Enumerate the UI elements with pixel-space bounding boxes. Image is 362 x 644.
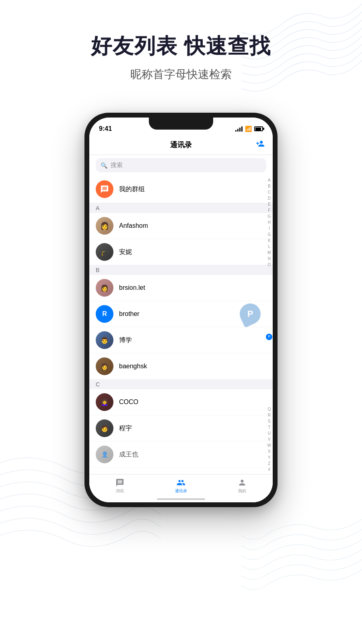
contact-coco[interactable]: 👩‍🦱 COCO [89, 389, 273, 415]
tab-profile-icon [238, 478, 247, 487]
index-f[interactable]: F [266, 207, 273, 213]
contact-anni[interactable]: 🎓 安妮 [89, 239, 273, 265]
contact-name-boxue: 博学 [119, 336, 132, 345]
avatar-chengyu: 🧑 [96, 419, 113, 437]
avatar-coco: 👩‍🦱 [96, 393, 113, 411]
index-o[interactable]: O [266, 262, 273, 268]
index-g[interactable]: G [266, 213, 273, 219]
avatar-anfashom: 👩 [96, 217, 113, 235]
signal-bars-icon [235, 126, 243, 132]
add-person-icon [256, 139, 265, 148]
index-w[interactable]: W [266, 442, 273, 448]
tab-messages-icon [115, 478, 124, 487]
phone-notch [149, 118, 213, 130]
contact-baenghsk[interactable]: 👩 baenghsk [89, 353, 273, 380]
phone-screen: 9:41 📶 [89, 118, 273, 502]
index-i[interactable]: I [266, 225, 273, 231]
contact-boxue[interactable]: 👨 博学 [89, 327, 273, 353]
avatar-cheng2: 👤 [96, 446, 113, 463]
page-title: 好友列表 快速查找 [0, 32, 362, 60]
index-e[interactable]: E [266, 201, 273, 207]
contact-anfashom[interactable]: 👩 Anfashom [89, 213, 273, 239]
index-b[interactable]: B [266, 183, 273, 189]
avatar-brother: R [96, 305, 113, 323]
index-hash[interactable]: # [266, 466, 273, 473]
search-icon: 🔍 [101, 162, 107, 169]
tab-contacts-label: 通讯录 [175, 488, 187, 494]
section-header-c: C [89, 380, 273, 389]
avatar-baenghsk: 👩 [96, 357, 113, 375]
tab-messages-label: 消讯 [116, 488, 124, 494]
contact-name-coco: COCO [119, 398, 138, 406]
group-avatar [96, 180, 113, 198]
section-header-a: A [89, 203, 273, 213]
page-header: 好友列表 快速查找 昵称首字母快速检索 [0, 32, 362, 82]
index-v[interactable]: V [266, 436, 273, 442]
index-z[interactable]: Z [266, 460, 273, 466]
contact-list: 我的群组 A 👩 Anfashom 🎓 安妮 [89, 175, 273, 474]
group-chat-icon [100, 185, 109, 194]
status-time: 9:41 [99, 125, 112, 132]
index-a[interactable]: A [266, 177, 273, 183]
add-contact-button[interactable] [256, 139, 265, 151]
home-indicator [157, 498, 205, 500]
section-header-b: B [89, 265, 273, 275]
phone-frame: 9:41 📶 [84, 113, 278, 507]
contact-brsion[interactable]: 👩 brsion.let [89, 275, 273, 301]
p-bubble-indicator: P [240, 303, 261, 324]
index-y[interactable]: Y [266, 454, 273, 460]
index-m[interactable]: M [266, 250, 273, 256]
search-bar[interactable]: 🔍 搜索 [96, 158, 266, 172]
index-k[interactable]: K [266, 237, 273, 244]
contact-name-anni: 安妮 [119, 248, 132, 256]
index-r[interactable]: R [266, 412, 273, 418]
status-icons: 📶 [235, 126, 263, 132]
index-h[interactable]: H [266, 219, 273, 225]
index-n[interactable]: N [266, 256, 273, 262]
app-content: 通讯录 🔍 搜索 [89, 135, 273, 502]
phone-mockup: 9:41 📶 [84, 113, 278, 507]
contact-name-baenghsk: baenghsk [119, 363, 147, 370]
tab-profile-label: 我的 [238, 488, 246, 494]
wifi-icon: 📶 [245, 126, 252, 132]
nav-bar: 通讯录 [89, 135, 273, 155]
battery-icon [254, 126, 263, 131]
index-g2[interactable]: G [266, 231, 273, 237]
page-subtitle: 昵称首字母快速检索 [0, 67, 362, 82]
avatar-boxue: 👨 [96, 331, 113, 349]
p-bubble-letter: P [247, 309, 253, 319]
index-x[interactable]: X [266, 448, 273, 454]
index-l[interactable]: L [266, 244, 273, 250]
search-placeholder: 搜索 [111, 161, 123, 169]
contact-name-brsion: brsion.let [119, 284, 145, 291]
avatar-anni: 🎓 [96, 243, 113, 261]
avatar-brsion: 👩 [96, 279, 113, 297]
contact-name-brother: brother [119, 310, 140, 318]
tab-contacts-icon [177, 478, 185, 487]
contact-name-cheng2: 成王也 [119, 450, 138, 459]
contact-name-chengyu: 程宇 [119, 424, 132, 433]
index-q[interactable]: Q [266, 406, 273, 412]
index-p[interactable]: P [266, 334, 272, 340]
contact-chengyu[interactable]: 🧑 程宇 [89, 415, 273, 442]
index-s[interactable]: S [266, 418, 273, 424]
contact-name-anfashom: Anfashom [119, 222, 148, 229]
tab-messages[interactable]: 消讯 [89, 478, 150, 494]
index-t[interactable]: T [266, 424, 273, 430]
nav-title: 通讯录 [170, 140, 192, 150]
my-groups-item[interactable]: 我的群组 [89, 175, 273, 203]
tab-profile[interactable]: 我的 [212, 478, 273, 494]
index-u[interactable]: U [266, 430, 273, 436]
contact-brother[interactable]: R brother P [89, 301, 273, 327]
bg-wave-bottom-right [241, 511, 362, 612]
index-d[interactable]: D [266, 195, 273, 201]
group-name: 我的群组 [119, 185, 145, 194]
index-c[interactable]: C [266, 189, 273, 195]
contact-cheng2[interactable]: 👤 成王也 [89, 442, 273, 468]
tab-contacts[interactable]: 通讯录 [150, 478, 212, 494]
letter-index[interactable]: A B C D E F G H I G K L M N O [266, 175, 273, 474]
